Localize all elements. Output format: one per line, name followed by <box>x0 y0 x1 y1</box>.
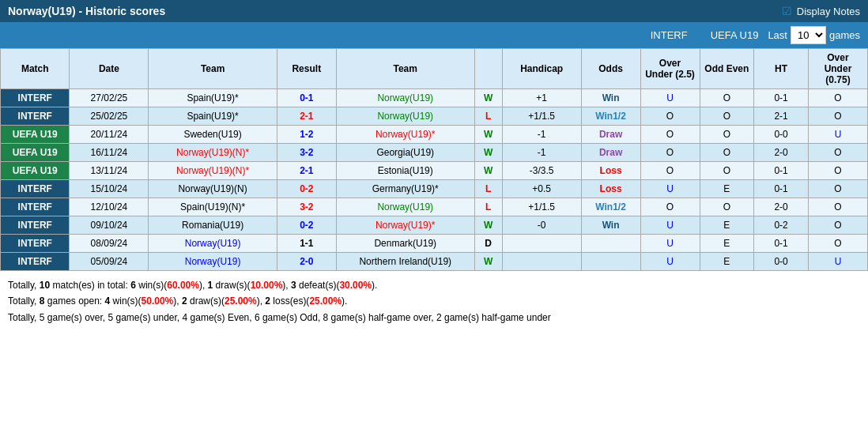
cell-handicap: -3/3.5 <box>502 162 581 180</box>
display-notes-checkbox-icon[interactable]: ☑ <box>782 5 792 17</box>
th-handicap: Handicap <box>502 49 581 89</box>
th-ht: HT <box>754 49 809 89</box>
cell-team2: Norway(U19) <box>336 89 474 107</box>
cell-result: 2-0 <box>277 253 336 271</box>
summary-defeats-close: ). <box>372 280 377 291</box>
cell-ou25: O <box>640 144 700 162</box>
summary-line1-prefix: Totally, <box>8 280 40 291</box>
cell-ou075: O <box>808 89 867 107</box>
th-ou25: Over Under (2.5) <box>640 49 700 89</box>
last-label: Last <box>768 29 787 41</box>
summary-line2-wins-pct: 50.00% <box>142 295 174 307</box>
cell-date: 12/10/24 <box>70 198 149 216</box>
scores-table: Match Date Team Result Team Handicap Odd… <box>0 48 868 271</box>
display-notes-section: ☑ Display Notes <box>782 5 860 17</box>
cell-ou075: O <box>808 144 867 162</box>
cell-oddeven: O <box>700 162 754 180</box>
cell-team1: Sweden(U19) <box>149 126 277 144</box>
cell-date: 25/02/25 <box>70 107 149 126</box>
cell-handicap: -1 <box>502 144 581 162</box>
summary-line1: Totally, 10 match(es) in total: 6 win(s)… <box>8 277 860 293</box>
cell-result: 2-1 <box>277 107 336 126</box>
cell-ou25: O <box>640 107 700 126</box>
cell-result: 2-1 <box>277 162 336 180</box>
table-row: INTERF27/02/25Spain(U19)*0-1Norway(U19)W… <box>1 89 868 107</box>
cell-date: 05/09/24 <box>70 253 149 271</box>
cell-odds: Loss <box>581 162 640 180</box>
cell-wdl: D <box>474 235 502 253</box>
cell-match: INTERF <box>1 235 70 253</box>
cell-wdl: W <box>474 144 502 162</box>
cell-date: 15/10/24 <box>70 180 149 198</box>
cell-oddeven: E <box>700 216 754 235</box>
cell-wdl: L <box>474 180 502 198</box>
summary-section: Totally, 10 match(es) in total: 6 win(s)… <box>0 271 868 332</box>
games-select[interactable]: 5 10 15 20 25 30 <box>791 26 826 44</box>
cell-oddeven: O <box>700 126 754 144</box>
summary-line1-total: 10 <box>40 280 50 291</box>
interf-checkbox-icon[interactable]: ☑ <box>637 29 647 42</box>
cell-result: 0-2 <box>277 180 336 198</box>
summary-draws-close: ), <box>282 280 291 291</box>
cell-match: INTERF <box>1 180 70 198</box>
cell-ou075: O <box>808 198 867 216</box>
summary-line1-mid: match(es) in total: <box>50 280 130 291</box>
th-ou075: Over Under (0.75) <box>808 49 867 89</box>
cell-team1: Norway(U19) <box>149 253 277 271</box>
cell-odds <box>581 253 640 271</box>
interf-label: INTERF <box>651 29 688 41</box>
cell-ou25: U <box>640 89 700 107</box>
cell-oddeven: O <box>700 144 754 162</box>
summary-line2-draws-num: 2 <box>182 295 187 307</box>
cell-ou25: O <box>640 126 700 144</box>
cell-odds: Draw <box>581 126 640 144</box>
table-row: UEFA U1916/11/24Norway(U19)(N)*3-2Georgi… <box>1 144 868 162</box>
summary-wins-label: win(s)( <box>136 280 167 291</box>
table-row: UEFA U1920/11/24Sweden(U19)1-2Norway(U19… <box>1 126 868 144</box>
cell-ht: 0-0 <box>754 126 809 144</box>
cell-ou075: O <box>808 235 867 253</box>
th-match: Match <box>1 49 70 89</box>
summary-defeats-num: 3 <box>291 280 296 291</box>
cell-match: UEFA U19 <box>1 162 70 180</box>
summary-line2-loss-close: ). <box>342 295 347 307</box>
th-oddeven: Odd Even <box>700 49 754 89</box>
uefa-filter: ☑ UEFA U19 <box>697 29 759 42</box>
th-odds: Odds <box>581 49 640 89</box>
page-title: Norway(U19) - Historic scores <box>8 5 165 17</box>
table-row: INTERF15/10/24Norway(U19)(N)0-2Germany(U… <box>1 180 868 198</box>
th-team1: Team <box>149 49 277 89</box>
cell-oddeven: O <box>700 198 754 216</box>
uefa-label: UEFA U19 <box>711 29 759 41</box>
th-date: Date <box>70 49 149 89</box>
cell-wdl: L <box>474 107 502 126</box>
cell-oddeven: E <box>700 235 754 253</box>
table-header-row: Match Date Team Result Team Handicap Odd… <box>1 49 868 89</box>
summary-wins: 6 <box>130 280 136 291</box>
cell-match: INTERF <box>1 89 70 107</box>
th-result: Result <box>277 49 336 89</box>
cell-ht: 0-2 <box>754 216 809 235</box>
cell-team2: Georgia(U19) <box>336 144 474 162</box>
table-row: INTERF09/10/24Romania(U19)0-2Norway(U19)… <box>1 216 868 235</box>
summary-line2-mid: games open: <box>44 295 104 307</box>
cell-handicap: -0 <box>502 216 581 235</box>
table-body: INTERF27/02/25Spain(U19)*0-1Norway(U19)W… <box>1 89 868 271</box>
cell-team1: Norway(U19) <box>149 235 277 253</box>
cell-odds: Win <box>581 216 640 235</box>
title-bar: Norway(U19) - Historic scores ☑ Display … <box>0 0 868 22</box>
cell-ht: 0-0 <box>754 253 809 271</box>
uefa-checkbox-icon[interactable]: ☑ <box>697 29 708 42</box>
cell-result: 3-2 <box>277 198 336 216</box>
cell-oddeven: O <box>700 107 754 126</box>
cell-ou075: U <box>808 126 867 144</box>
cell-odds <box>581 235 640 253</box>
cell-team1: Spain(U19)* <box>149 89 277 107</box>
cell-odds: Win <box>581 89 640 107</box>
cell-ou075: U <box>808 253 867 271</box>
cell-date: 09/10/24 <box>70 216 149 235</box>
cell-match: INTERF <box>1 216 70 235</box>
summary-line2-loss-label: loss(es)( <box>270 295 309 307</box>
cell-oddeven: O <box>700 89 754 107</box>
cell-date: 16/11/24 <box>70 144 149 162</box>
